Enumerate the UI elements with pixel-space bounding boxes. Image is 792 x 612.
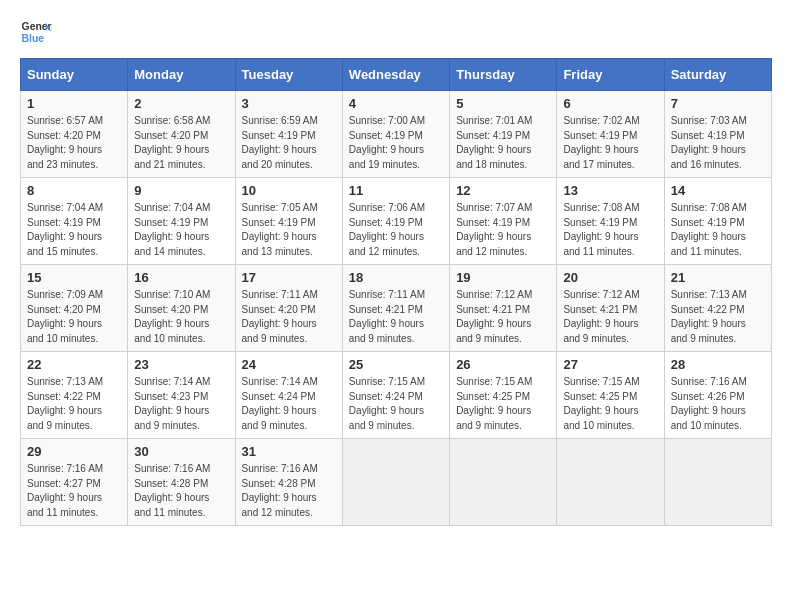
calendar-header: SundayMondayTuesdayWednesdayThursdayFrid… (21, 59, 772, 91)
calendar-cell: 25Sunrise: 7:15 AMSunset: 4:24 PMDayligh… (342, 352, 449, 439)
day-number: 14 (671, 183, 765, 198)
calendar-cell: 31Sunrise: 7:16 AMSunset: 4:28 PMDayligh… (235, 439, 342, 526)
day-info: Sunrise: 7:05 AMSunset: 4:19 PMDaylight:… (242, 201, 336, 259)
calendar-cell: 19Sunrise: 7:12 AMSunset: 4:21 PMDayligh… (450, 265, 557, 352)
day-info: Sunrise: 7:00 AMSunset: 4:19 PMDaylight:… (349, 114, 443, 172)
day-number: 17 (242, 270, 336, 285)
calendar-cell: 18Sunrise: 7:11 AMSunset: 4:21 PMDayligh… (342, 265, 449, 352)
day-number: 13 (563, 183, 657, 198)
day-number: 19 (456, 270, 550, 285)
header-day-wednesday: Wednesday (342, 59, 449, 91)
header-row: SundayMondayTuesdayWednesdayThursdayFrid… (21, 59, 772, 91)
calendar-week-4: 22Sunrise: 7:13 AMSunset: 4:22 PMDayligh… (21, 352, 772, 439)
day-info: Sunrise: 7:01 AMSunset: 4:19 PMDaylight:… (456, 114, 550, 172)
day-number: 29 (27, 444, 121, 459)
header-day-tuesday: Tuesday (235, 59, 342, 91)
day-number: 24 (242, 357, 336, 372)
day-number: 6 (563, 96, 657, 111)
header-day-sunday: Sunday (21, 59, 128, 91)
calendar-cell: 13Sunrise: 7:08 AMSunset: 4:19 PMDayligh… (557, 178, 664, 265)
calendar-cell: 3Sunrise: 6:59 AMSunset: 4:19 PMDaylight… (235, 91, 342, 178)
day-number: 11 (349, 183, 443, 198)
day-number: 30 (134, 444, 228, 459)
day-info: Sunrise: 7:16 AMSunset: 4:27 PMDaylight:… (27, 462, 121, 520)
day-info: Sunrise: 7:10 AMSunset: 4:20 PMDaylight:… (134, 288, 228, 346)
calendar-table: SundayMondayTuesdayWednesdayThursdayFrid… (20, 58, 772, 526)
day-number: 2 (134, 96, 228, 111)
day-info: Sunrise: 7:16 AMSunset: 4:28 PMDaylight:… (242, 462, 336, 520)
day-info: Sunrise: 7:09 AMSunset: 4:20 PMDaylight:… (27, 288, 121, 346)
calendar-cell: 28Sunrise: 7:16 AMSunset: 4:26 PMDayligh… (664, 352, 771, 439)
calendar-cell (664, 439, 771, 526)
day-info: Sunrise: 7:16 AMSunset: 4:26 PMDaylight:… (671, 375, 765, 433)
day-number: 8 (27, 183, 121, 198)
day-info: Sunrise: 7:14 AMSunset: 4:24 PMDaylight:… (242, 375, 336, 433)
day-number: 28 (671, 357, 765, 372)
calendar-cell: 17Sunrise: 7:11 AMSunset: 4:20 PMDayligh… (235, 265, 342, 352)
day-info: Sunrise: 7:15 AMSunset: 4:24 PMDaylight:… (349, 375, 443, 433)
day-info: Sunrise: 7:04 AMSunset: 4:19 PMDaylight:… (134, 201, 228, 259)
calendar-cell: 12Sunrise: 7:07 AMSunset: 4:19 PMDayligh… (450, 178, 557, 265)
day-number: 7 (671, 96, 765, 111)
calendar-cell (557, 439, 664, 526)
day-number: 9 (134, 183, 228, 198)
day-number: 27 (563, 357, 657, 372)
day-info: Sunrise: 7:03 AMSunset: 4:19 PMDaylight:… (671, 114, 765, 172)
calendar-cell: 5Sunrise: 7:01 AMSunset: 4:19 PMDaylight… (450, 91, 557, 178)
calendar-cell (450, 439, 557, 526)
calendar-cell: 10Sunrise: 7:05 AMSunset: 4:19 PMDayligh… (235, 178, 342, 265)
day-number: 26 (456, 357, 550, 372)
calendar-cell: 2Sunrise: 6:58 AMSunset: 4:20 PMDaylight… (128, 91, 235, 178)
calendar-week-1: 1Sunrise: 6:57 AMSunset: 4:20 PMDaylight… (21, 91, 772, 178)
day-info: Sunrise: 7:12 AMSunset: 4:21 PMDaylight:… (456, 288, 550, 346)
calendar-cell: 30Sunrise: 7:16 AMSunset: 4:28 PMDayligh… (128, 439, 235, 526)
day-number: 25 (349, 357, 443, 372)
day-number: 10 (242, 183, 336, 198)
day-number: 21 (671, 270, 765, 285)
day-info: Sunrise: 7:02 AMSunset: 4:19 PMDaylight:… (563, 114, 657, 172)
calendar-cell: 7Sunrise: 7:03 AMSunset: 4:19 PMDaylight… (664, 91, 771, 178)
calendar-cell: 11Sunrise: 7:06 AMSunset: 4:19 PMDayligh… (342, 178, 449, 265)
day-number: 23 (134, 357, 228, 372)
calendar-cell: 22Sunrise: 7:13 AMSunset: 4:22 PMDayligh… (21, 352, 128, 439)
logo: General Blue (20, 16, 58, 48)
calendar-week-3: 15Sunrise: 7:09 AMSunset: 4:20 PMDayligh… (21, 265, 772, 352)
svg-text:Blue: Blue (22, 33, 45, 44)
day-number: 1 (27, 96, 121, 111)
header-day-saturday: Saturday (664, 59, 771, 91)
day-info: Sunrise: 7:06 AMSunset: 4:19 PMDaylight:… (349, 201, 443, 259)
calendar-cell: 26Sunrise: 7:15 AMSunset: 4:25 PMDayligh… (450, 352, 557, 439)
day-info: Sunrise: 6:58 AMSunset: 4:20 PMDaylight:… (134, 114, 228, 172)
header: General Blue (20, 16, 772, 48)
day-info: Sunrise: 7:13 AMSunset: 4:22 PMDaylight:… (27, 375, 121, 433)
day-number: 15 (27, 270, 121, 285)
day-info: Sunrise: 6:59 AMSunset: 4:19 PMDaylight:… (242, 114, 336, 172)
day-info: Sunrise: 7:15 AMSunset: 4:25 PMDaylight:… (456, 375, 550, 433)
header-day-friday: Friday (557, 59, 664, 91)
calendar-cell: 27Sunrise: 7:15 AMSunset: 4:25 PMDayligh… (557, 352, 664, 439)
day-number: 20 (563, 270, 657, 285)
header-day-monday: Monday (128, 59, 235, 91)
day-info: Sunrise: 7:08 AMSunset: 4:19 PMDaylight:… (671, 201, 765, 259)
day-number: 4 (349, 96, 443, 111)
calendar-cell: 16Sunrise: 7:10 AMSunset: 4:20 PMDayligh… (128, 265, 235, 352)
day-info: Sunrise: 7:07 AMSunset: 4:19 PMDaylight:… (456, 201, 550, 259)
day-number: 3 (242, 96, 336, 111)
day-number: 22 (27, 357, 121, 372)
day-info: Sunrise: 7:04 AMSunset: 4:19 PMDaylight:… (27, 201, 121, 259)
calendar-cell: 20Sunrise: 7:12 AMSunset: 4:21 PMDayligh… (557, 265, 664, 352)
calendar-cell: 24Sunrise: 7:14 AMSunset: 4:24 PMDayligh… (235, 352, 342, 439)
day-number: 12 (456, 183, 550, 198)
day-number: 16 (134, 270, 228, 285)
day-info: Sunrise: 6:57 AMSunset: 4:20 PMDaylight:… (27, 114, 121, 172)
day-info: Sunrise: 7:13 AMSunset: 4:22 PMDaylight:… (671, 288, 765, 346)
calendar-cell: 1Sunrise: 6:57 AMSunset: 4:20 PMDaylight… (21, 91, 128, 178)
logo-icon: General Blue (20, 16, 52, 48)
calendar-cell: 9Sunrise: 7:04 AMSunset: 4:19 PMDaylight… (128, 178, 235, 265)
calendar-cell: 4Sunrise: 7:00 AMSunset: 4:19 PMDaylight… (342, 91, 449, 178)
calendar-week-2: 8Sunrise: 7:04 AMSunset: 4:19 PMDaylight… (21, 178, 772, 265)
calendar-cell: 15Sunrise: 7:09 AMSunset: 4:20 PMDayligh… (21, 265, 128, 352)
day-info: Sunrise: 7:14 AMSunset: 4:23 PMDaylight:… (134, 375, 228, 433)
day-info: Sunrise: 7:11 AMSunset: 4:20 PMDaylight:… (242, 288, 336, 346)
day-number: 31 (242, 444, 336, 459)
